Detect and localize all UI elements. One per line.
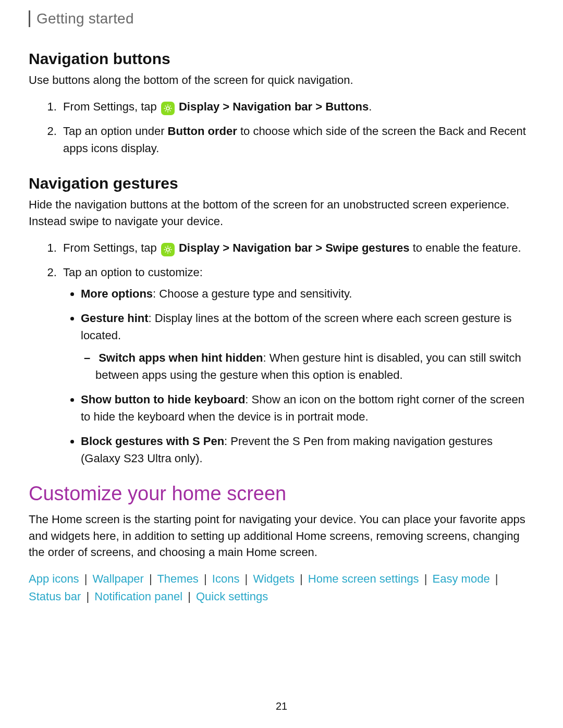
separator: | xyxy=(204,572,207,585)
display-icon xyxy=(161,243,175,256)
svg-point-9 xyxy=(166,248,169,251)
display-icon xyxy=(161,102,175,115)
topic-link[interactable]: Themes xyxy=(157,572,198,585)
nav-gestures-step-2: Tap an option to customize: More options… xyxy=(60,264,534,467)
topic-link[interactable]: Home screen settings xyxy=(308,572,419,585)
heading-customize-home: Customize your home screen xyxy=(29,483,534,505)
svg-point-0 xyxy=(166,107,169,110)
label: Switch apps when hint hidden xyxy=(99,351,263,364)
text: . xyxy=(369,100,372,113)
separator: | xyxy=(495,572,498,585)
option-switch-apps: Switch apps when hint hidden: When gestu… xyxy=(95,349,534,384)
svg-line-7 xyxy=(165,110,166,112)
nav-buttons-intro: Use buttons along the bottom of the scre… xyxy=(29,72,534,89)
topic-link[interactable]: Widgets xyxy=(253,572,294,585)
option-block-spen: Block gestures with S Pen: Prevent the S… xyxy=(81,433,534,467)
topic-links: App icons | Wallpaper | Themes | Icons |… xyxy=(29,570,534,606)
option-hide-keyboard: Show button to hide keyboard: Show an ic… xyxy=(81,391,534,425)
text: : Choose a gesture type and sensitivity. xyxy=(153,287,352,300)
page: Getting started Navigation buttons Use b… xyxy=(0,0,563,728)
text: to enable the feature. xyxy=(410,241,521,254)
separator: | xyxy=(424,572,427,585)
sub-options: Switch apps when hint hidden: When gestu… xyxy=(81,349,534,384)
separator: | xyxy=(188,590,191,603)
customize-options: More options: Choose a gesture type and … xyxy=(63,285,534,467)
customize-intro: The Home screen is the starting point fo… xyxy=(29,511,534,561)
topic-link[interactable]: Status bar xyxy=(29,590,81,603)
svg-line-16 xyxy=(165,251,166,252)
page-number: 21 xyxy=(0,700,563,712)
separator: | xyxy=(84,572,88,585)
topic-link[interactable]: App icons xyxy=(29,572,79,585)
svg-line-17 xyxy=(170,246,171,248)
nav-gestures-steps: From Settings, tap Display > Navigation … xyxy=(29,239,534,467)
text: Tap an option to customize: xyxy=(63,266,203,279)
nav-buttons-step-1: From Settings, tap Display > Navigation … xyxy=(60,98,534,115)
svg-line-6 xyxy=(170,110,171,112)
topic-link[interactable]: Notification panel xyxy=(94,590,182,603)
nav-gestures-step-1: From Settings, tap Display > Navigation … xyxy=(60,239,534,256)
label: Show button to hide keyboard xyxy=(81,393,245,406)
nav-buttons-step-2: Tap an option under Button order to choo… xyxy=(60,122,534,157)
separator: | xyxy=(245,572,248,585)
topic-link[interactable]: Wallpaper xyxy=(93,572,144,585)
svg-line-5 xyxy=(165,106,166,107)
breadcrumb: Getting started xyxy=(29,10,534,27)
option-more: More options: Choose a gesture type and … xyxy=(81,285,534,302)
topic-link[interactable]: Easy mode xyxy=(433,572,490,585)
heading-navigation-buttons: Navigation buttons xyxy=(29,50,534,68)
separator: | xyxy=(149,572,152,585)
text: Tap an option under xyxy=(63,125,168,138)
bold-path: Display > Navigation bar > Buttons xyxy=(179,100,369,113)
svg-line-8 xyxy=(170,106,171,107)
separator: | xyxy=(86,590,89,603)
svg-line-15 xyxy=(170,251,171,252)
breadcrumb-text: Getting started xyxy=(36,10,134,27)
option-gesture-hint: Gesture hint: Display lines at the botto… xyxy=(81,310,534,384)
svg-line-14 xyxy=(165,246,166,248)
label: More options xyxy=(81,287,153,300)
bold-path: Display > Navigation bar > Swipe gesture… xyxy=(179,241,410,254)
label: Gesture hint xyxy=(81,312,149,325)
topic-link[interactable]: Quick settings xyxy=(196,590,268,603)
text: From Settings, tap xyxy=(63,100,160,113)
topic-link[interactable]: Icons xyxy=(212,572,240,585)
label: Block gestures with S Pen xyxy=(81,435,224,448)
text: From Settings, tap xyxy=(63,241,160,254)
nav-gestures-intro: Hide the navigation buttons at the botto… xyxy=(29,196,534,230)
separator: | xyxy=(300,572,303,585)
nav-buttons-steps: From Settings, tap Display > Navigation … xyxy=(29,98,534,157)
heading-navigation-gestures: Navigation gestures xyxy=(29,175,534,192)
bold-text: Button order xyxy=(168,125,237,138)
